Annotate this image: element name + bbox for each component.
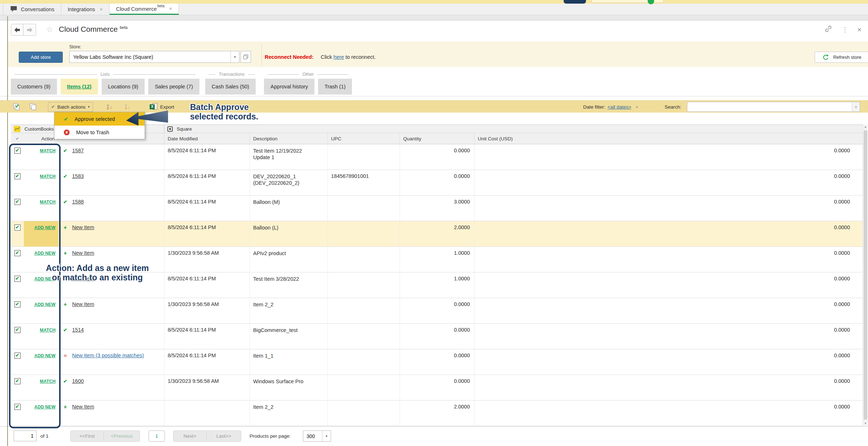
close-window-icon[interactable]: × (857, 26, 862, 34)
row-checkbox[interactable]: ✔ (14, 378, 21, 384)
item-name-link[interactable]: 1587 (72, 148, 84, 153)
date-filter-link[interactable]: <all dates> (608, 104, 631, 110)
action-link[interactable]: MATCH (40, 200, 56, 205)
action-link[interactable]: ADD NEW (34, 302, 56, 307)
row-checkbox[interactable]: ✔ (14, 353, 21, 359)
action-link[interactable]: ADD NEW (34, 251, 56, 256)
batch-actions-button[interactable]: ✔ Batch actions ▾ (48, 102, 93, 112)
tab-items-12[interactable]: Items (12) (61, 79, 98, 95)
item-name-link[interactable]: New Item (72, 301, 94, 307)
next-page-button[interactable]: Next> (173, 430, 207, 442)
row-checkbox[interactable]: ✔ (14, 173, 21, 179)
nav-underline (0, 96, 868, 96)
close-tab-icon[interactable]: × (169, 6, 172, 12)
row-checkbox[interactable]: ✔ (14, 148, 21, 154)
row-checkbox[interactable]: ✔ (14, 301, 21, 307)
row-checkbox[interactable]: ✔ (14, 224, 21, 231)
item-name-link[interactable]: New Item (72, 224, 94, 230)
item-name-link[interactable]: 1583 (72, 173, 84, 179)
list-nav: ListsCustomers (9)Items (12)Locations (9… (11, 71, 352, 95)
upc-cell (327, 221, 400, 246)
copy-rows-button[interactable] (30, 101, 38, 113)
link-icon[interactable] (824, 25, 832, 34)
item-name-link[interactable]: New Item (72, 250, 94, 256)
favorite-star-icon[interactable]: ☆ (46, 25, 53, 34)
pagination-footer: of 1 <<First <Previous 1 Next> Last>> Pr… (0, 426, 868, 446)
description-column-header[interactable]: Description (250, 133, 327, 144)
copy-icon (243, 54, 248, 59)
action-link[interactable]: MATCH (40, 379, 56, 384)
last-page-button[interactable]: Last>> (206, 430, 241, 442)
reconnect-here-link[interactable]: here (334, 54, 344, 60)
open-store-button[interactable] (241, 51, 251, 63)
first-page-button[interactable]: <<First (70, 430, 104, 442)
select-column-header[interactable]: ✔ (11, 133, 24, 144)
upc-cell (327, 324, 400, 349)
close-tab-icon[interactable]: × (100, 6, 102, 12)
action-link[interactable]: MATCH (40, 328, 56, 333)
store-select[interactable]: Yellow Labs Software Inc (Square) ▾ (69, 51, 239, 63)
status-icon: + (63, 301, 67, 307)
scrollbar-thumb[interactable] (864, 130, 867, 420)
upc-column-header[interactable]: UPC (327, 133, 400, 144)
select-all-icon: ✔ (13, 103, 22, 111)
tab-sales-people-7[interactable]: Sales people (7) (148, 79, 199, 95)
refresh-store-button[interactable]: Refresh store (815, 52, 868, 63)
quantity-cell: 1.0000 (400, 247, 474, 272)
row-checkbox[interactable]: ✔ (14, 199, 21, 205)
action-link[interactable]: ADD NEW (34, 225, 56, 230)
per-page-select[interactable]: 300 ▾ (303, 430, 331, 442)
table-scrollbar[interactable]: ▲ ▼ (863, 124, 868, 426)
tab-cash-sales-50[interactable]: Cash Sales (50) (205, 79, 256, 95)
tab-cloud-commerce[interactable]: Cloud Commercebeta × (110, 4, 179, 15)
select-all-button[interactable]: ✔ (13, 101, 22, 113)
date-column-header[interactable]: Date Modified (164, 133, 250, 144)
previous-page-button[interactable]: <Previous (103, 430, 140, 442)
forward-button[interactable] (23, 24, 36, 36)
action-link[interactable]: ADD NEW (34, 353, 56, 358)
tab-label: Integrations (68, 6, 95, 12)
table-row: ✔ MATCH ✔ 1588 8/5/2024 6:11:14 PM Ballo… (11, 196, 863, 221)
item-name-link[interactable]: New Item (72, 404, 94, 410)
scroll-up-icon[interactable]: ▲ (863, 124, 868, 130)
date-modified-cell: 1/30/2023 9:56:58 AM (164, 247, 250, 272)
item-name-link[interactable]: 1600 (72, 378, 84, 384)
check-icon: ✔ (64, 116, 68, 122)
tab-locations-9[interactable]: Locations (9) (102, 79, 145, 95)
quantity-column-header[interactable]: Quantity (400, 133, 474, 144)
scroll-down-icon[interactable]: ▼ (863, 421, 868, 426)
date-modified-cell: 1/30/2023 9:56:58 AM (164, 298, 250, 323)
tab-trash-1[interactable]: Trash (1) (318, 79, 352, 95)
action-link[interactable]: MATCH (40, 174, 56, 179)
row-checkbox[interactable]: ✔ (14, 250, 21, 256)
item-name-link[interactable]: 1588 (72, 199, 84, 205)
description-cell: Item 2_2 (250, 401, 327, 426)
row-checkbox[interactable]: ✔ (14, 327, 21, 333)
tab-customers-9[interactable]: Customers (9) (11, 79, 57, 95)
current-page-button[interactable]: 1 (149, 430, 165, 442)
add-store-button[interactable]: Add store (19, 52, 63, 63)
action-link[interactable]: ADD NEW (34, 405, 56, 410)
item-name-link[interactable]: 1514 (72, 327, 84, 333)
chevron-down-icon[interactable]: ▾ (230, 51, 239, 62)
clear-search-icon[interactable]: × (852, 102, 860, 112)
tab-approval-history[interactable]: Approval history (264, 79, 314, 95)
page-number-input[interactable] (14, 430, 36, 441)
date-modified-cell (164, 401, 250, 426)
sort-ascending-button[interactable]: AZ ↓ (107, 101, 112, 113)
row-checkbox[interactable]: ✔ (14, 404, 21, 410)
tab-integrations[interactable]: Integrations × (61, 4, 110, 15)
search-input[interactable] (687, 102, 852, 112)
row-checkbox[interactable]: ✔ (14, 276, 21, 282)
tab-conversations[interactable]: Conversations (3, 4, 61, 15)
checkbox-check-icon: ✔ (16, 378, 19, 384)
action-link[interactable]: MATCH (40, 148, 56, 153)
clear-date-filter-icon[interactable]: × (636, 104, 639, 110)
unit-cost-column-header[interactable]: Unit Cost (USD) (474, 133, 863, 144)
reconnect-needed-label: Reconnect Needed: (265, 54, 313, 60)
item-name-link[interactable]: New Item (3 possible matches) (72, 353, 144, 358)
more-options-icon[interactable]: ⋮ (842, 26, 848, 34)
action-column-header[interactable]: Action (24, 133, 58, 144)
back-button[interactable] (11, 24, 23, 36)
description-cell: DEV_20220620_1 (DEV_20220620_2) (250, 170, 327, 195)
